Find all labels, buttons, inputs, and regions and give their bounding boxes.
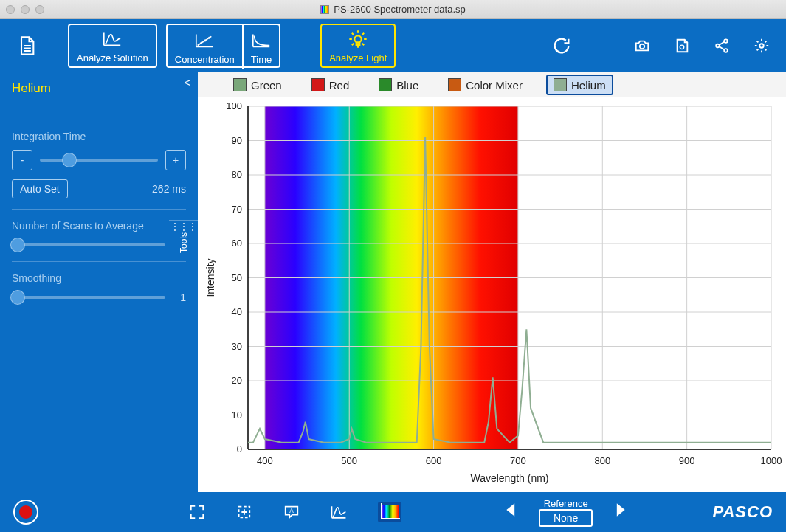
svg-point-4: [640, 44, 644, 49]
window-titlebar: PS-2600 Spectrometer data.sp: [0, 0, 786, 19]
svg-point-3: [355, 35, 362, 42]
legend-green[interactable]: Green: [227, 76, 288, 94]
autoscale-button[interactable]: [236, 504, 252, 520]
fullscreen-button[interactable]: [189, 504, 205, 520]
time-button[interactable]: Time: [242, 25, 279, 69]
scans-slider[interactable]: [12, 243, 165, 246]
prev-reference-button[interactable]: [503, 500, 523, 525]
analyze-solution-button[interactable]: Analyze Solution: [68, 24, 157, 68]
window-title: PS-2600 Spectrometer data.sp: [0, 4, 786, 15]
close-window-dot[interactable]: [6, 5, 15, 14]
legend-red[interactable]: Red: [306, 76, 356, 94]
svg-text:60: 60: [232, 238, 242, 249]
annotation-button[interactable]: A: [283, 504, 300, 520]
reference-label: Reference: [544, 498, 588, 509]
integration-decrease-button[interactable]: -: [12, 150, 32, 170]
svg-text:80: 80: [232, 169, 242, 180]
auto-set-button[interactable]: Auto Set: [12, 179, 68, 198]
peak-icon: [331, 504, 347, 520]
integration-time-value: 262 ms: [152, 183, 186, 195]
share-button[interactable]: [706, 24, 737, 68]
analyze-light-label: Analyze Light: [329, 52, 387, 63]
integration-slider[interactable]: [40, 159, 158, 162]
chart-panel: Green Red Blue Color Mixer Helium 010203…: [198, 72, 786, 492]
svg-text:40: 40: [232, 306, 242, 317]
spectrum-bar-icon: [381, 505, 399, 519]
record-button[interactable]: [13, 500, 38, 525]
sidebar-heading: Helium: [12, 81, 186, 96]
legend-blue[interactable]: Blue: [373, 76, 424, 94]
decay-curve-icon: [251, 30, 272, 51]
smoothing-value: 1: [173, 291, 186, 303]
arrow-left-icon: [503, 500, 523, 519]
lightbulb-icon: [348, 29, 368, 49]
svg-text:30: 30: [232, 341, 242, 352]
camera-icon: [634, 38, 650, 54]
peak-button[interactable]: [331, 504, 347, 520]
share-icon: [714, 38, 730, 54]
reference-selector[interactable]: Reference None: [539, 498, 593, 527]
journal-button[interactable]: [666, 24, 697, 68]
arrow-right-icon: [609, 500, 628, 519]
integration-increase-button[interactable]: +: [165, 150, 186, 170]
smoothing-slider[interactable]: [12, 296, 165, 299]
svg-text:Intensity: Intensity: [204, 258, 216, 297]
reference-value: None: [539, 509, 593, 527]
next-reference-button[interactable]: [609, 500, 628, 525]
concentration-label: Concentration: [175, 54, 235, 65]
sync-button[interactable]: [544, 24, 579, 68]
svg-text:0: 0: [237, 443, 242, 455]
legend-color-mixer[interactable]: Color Mixer: [442, 76, 528, 94]
svg-point-9: [759, 44, 764, 48]
svg-text:10: 10: [232, 410, 242, 421]
chart-area[interactable]: 0102030405060708090100400500600700800900…: [198, 97, 786, 492]
camera-button[interactable]: [627, 24, 658, 68]
svg-point-1: [204, 39, 207, 41]
sidebar: < Helium Integration Time - + Auto Set 2…: [0, 72, 198, 492]
svg-text:100: 100: [226, 100, 242, 111]
drag-handle-icon: ⋮⋮⋮: [170, 225, 197, 228]
analyze-solution-label: Analyze Solution: [77, 52, 148, 63]
crosshair-icon: [236, 504, 252, 520]
svg-text:20: 20: [232, 375, 242, 386]
expand-icon: [189, 504, 205, 520]
document-icon: [16, 35, 37, 56]
spectrum-icon: [320, 5, 329, 14]
settings-button[interactable]: [746, 24, 777, 68]
svg-text:50: 50: [232, 272, 242, 283]
gear-icon: [754, 38, 770, 54]
analyze-light-button[interactable]: Analyze Light: [320, 24, 396, 68]
legend-bar: Green Red Blue Color Mixer Helium: [198, 72, 786, 97]
integration-time-label: Integration Time: [12, 131, 186, 142]
scans-slider-thumb[interactable]: [10, 238, 25, 252]
document-button[interactable]: [9, 24, 44, 68]
analysis-mode-group: Concentration Time: [166, 24, 280, 68]
legend-helium[interactable]: Helium: [546, 75, 613, 95]
smoothing-label: Smoothing: [12, 272, 186, 284]
svg-text:700: 700: [510, 455, 526, 466]
minimize-window-dot[interactable]: [21, 5, 30, 14]
time-label: Time: [251, 54, 272, 65]
spectrum-view-button[interactable]: [378, 502, 401, 522]
svg-text:A: A: [289, 508, 294, 514]
sync-icon: [551, 35, 572, 56]
spectrum-chart: 0102030405060708090100400500600700800900…: [198, 97, 786, 492]
smoothing-slider-thumb[interactable]: [10, 290, 25, 305]
svg-text:Wavelength (nm): Wavelength (nm): [470, 472, 548, 484]
integration-slider-thumb[interactable]: [62, 153, 77, 167]
brand-logo: PASCO: [712, 502, 773, 522]
svg-text:900: 900: [679, 455, 695, 466]
concentration-button[interactable]: Concentration: [168, 25, 242, 69]
tools-tab[interactable]: ⋮⋮⋮ Tools: [169, 220, 199, 258]
svg-text:70: 70: [232, 204, 242, 215]
collapse-sidebar-button[interactable]: <: [185, 77, 190, 89]
svg-point-5: [680, 45, 684, 49]
window-traffic-lights: [6, 5, 44, 14]
svg-point-2: [208, 36, 210, 38]
svg-text:400: 400: [257, 455, 273, 466]
record-icon: [19, 505, 32, 519]
svg-text:1000: 1000: [761, 455, 782, 466]
svg-point-0: [200, 42, 202, 44]
journal-icon: [674, 38, 690, 54]
maximize-window-dot[interactable]: [35, 5, 44, 14]
